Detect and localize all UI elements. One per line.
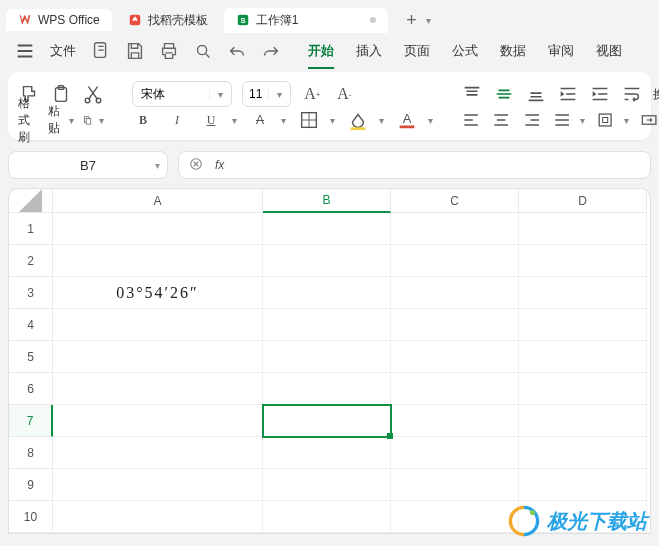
cell[interactable] (53, 373, 263, 405)
cell[interactable] (519, 341, 647, 373)
col-header-A[interactable]: A (53, 189, 263, 213)
row-header[interactable]: 9 (9, 469, 53, 501)
cut-icon[interactable] (82, 83, 104, 105)
new-icon[interactable] (90, 40, 112, 62)
align-left-icon[interactable] (461, 109, 481, 131)
row-header[interactable]: 1 (9, 213, 53, 245)
hamburger-icon[interactable] (14, 40, 36, 62)
cell-A3[interactable]: 03°54′26″ (53, 277, 263, 309)
save-icon[interactable] (124, 40, 146, 62)
italic-icon[interactable]: I (166, 109, 188, 131)
wrap-label[interactable]: 换行 (653, 86, 659, 103)
name-box[interactable]: B7 ▾ (8, 151, 168, 179)
cancel-icon[interactable] (187, 155, 205, 176)
select-all-corner[interactable] (9, 189, 53, 213)
cell[interactable] (391, 437, 519, 469)
tab-view[interactable]: 视图 (596, 36, 622, 66)
row-header[interactable]: 5 (9, 341, 53, 373)
align-right-icon[interactable] (522, 109, 542, 131)
align-center-icon[interactable] (491, 109, 511, 131)
cell-B7-selected[interactable] (263, 405, 391, 437)
cell[interactable] (263, 501, 391, 533)
indent-increase-icon[interactable] (589, 83, 611, 105)
cell[interactable] (391, 373, 519, 405)
cell[interactable] (53, 341, 263, 373)
cell[interactable] (263, 277, 391, 309)
file-menu[interactable]: 文件 (50, 42, 76, 60)
cell[interactable] (519, 373, 647, 405)
decrease-font-icon[interactable]: A- (333, 83, 355, 105)
app-tab-template[interactable]: 找稻壳模板 (116, 8, 220, 33)
cell[interactable] (391, 341, 519, 373)
cell[interactable] (53, 437, 263, 469)
fill-color-icon[interactable] (347, 109, 369, 131)
row-header[interactable]: 7 (9, 405, 53, 437)
cell[interactable] (263, 245, 391, 277)
increase-font-icon[interactable]: A+ (301, 83, 323, 105)
cell[interactable] (519, 213, 647, 245)
align-middle-icon[interactable] (493, 83, 515, 105)
app-tab-wps[interactable]: WPS Office (6, 9, 112, 31)
cell[interactable] (263, 341, 391, 373)
underline-icon[interactable]: U (200, 109, 222, 131)
paste-label[interactable]: 粘贴 (48, 103, 63, 137)
wrap-icon[interactable] (621, 83, 643, 105)
cell[interactable] (263, 437, 391, 469)
paste-icon[interactable] (50, 83, 72, 105)
cell[interactable] (519, 469, 647, 501)
col-header-D[interactable]: D (519, 189, 647, 213)
orientation-icon[interactable] (595, 109, 615, 131)
cell[interactable] (53, 405, 263, 437)
fx-label[interactable]: fx (215, 158, 224, 172)
cell[interactable] (263, 309, 391, 341)
cell[interactable] (519, 309, 647, 341)
row-header[interactable]: 4 (9, 309, 53, 341)
tab-start[interactable]: 开始 (308, 36, 334, 66)
border-icon[interactable] (298, 109, 320, 131)
tab-review[interactable]: 审阅 (548, 36, 574, 66)
cell[interactable] (263, 213, 391, 245)
row-header[interactable]: 8 (9, 437, 53, 469)
print-icon[interactable] (158, 40, 180, 62)
col-header-B[interactable]: B (263, 189, 391, 213)
align-bottom-icon[interactable] (525, 83, 547, 105)
tab-insert[interactable]: 插入 (356, 36, 382, 66)
copy-icon[interactable] (82, 109, 93, 131)
cell[interactable] (263, 469, 391, 501)
app-tab-workbook[interactable]: S 工作簿1 (224, 8, 389, 33)
cell[interactable] (391, 277, 519, 309)
cell[interactable] (263, 373, 391, 405)
cell[interactable] (391, 469, 519, 501)
cell[interactable] (391, 405, 519, 437)
tab-dropdown-icon[interactable]: ▾ (426, 15, 440, 26)
tab-formula[interactable]: 公式 (452, 36, 478, 66)
cell[interactable] (519, 437, 647, 469)
row-header[interactable]: 3 (9, 277, 53, 309)
bold-icon[interactable]: B (132, 109, 154, 131)
font-name-select[interactable]: 宋体 ▾ (132, 81, 232, 107)
redo-icon[interactable] (260, 40, 282, 62)
new-tab-button[interactable]: + (400, 9, 422, 31)
cell[interactable] (53, 213, 263, 245)
row-header[interactable]: 6 (9, 373, 53, 405)
col-header-C[interactable]: C (391, 189, 519, 213)
tab-page[interactable]: 页面 (404, 36, 430, 66)
cell[interactable] (391, 245, 519, 277)
cell[interactable] (519, 277, 647, 309)
cell[interactable] (519, 245, 647, 277)
font-color-icon[interactable]: A (396, 109, 418, 131)
cell[interactable] (519, 405, 647, 437)
formula-bar[interactable]: fx (178, 151, 651, 179)
merge-icon[interactable] (639, 109, 659, 131)
font-size-select[interactable]: 11 ▾ (242, 81, 291, 107)
justify-icon[interactable] (552, 109, 572, 131)
align-top-icon[interactable] (461, 83, 483, 105)
row-header[interactable]: 2 (9, 245, 53, 277)
cell[interactable] (53, 245, 263, 277)
cell[interactable] (391, 501, 519, 533)
format-painter-label[interactable]: 格式刷 (18, 95, 40, 146)
indent-decrease-icon[interactable] (557, 83, 579, 105)
undo-icon[interactable] (226, 40, 248, 62)
row-header[interactable]: 10 (9, 501, 53, 533)
cell[interactable] (391, 213, 519, 245)
